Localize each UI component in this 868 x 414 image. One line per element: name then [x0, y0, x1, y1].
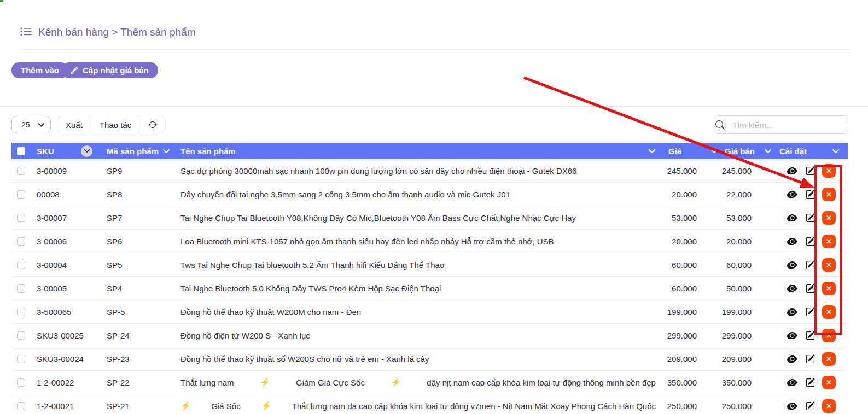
edit-button[interactable] [802, 399, 818, 413]
table-actions-group: Xuất Thao tác [57, 116, 166, 133]
chevron-down-icon[interactable] [764, 149, 772, 154]
table-row: 3-00005 SP4 Tai Nghe Bluetooth 5.0 Không… [11, 277, 848, 300]
select-all-checkbox[interactable] [17, 147, 25, 155]
table-header-row: SKU Mã sản phẩm Tên sản phẩm Giá Giá bán… [11, 143, 848, 159]
header-settings: Cài đặt [779, 147, 807, 156]
sku-cell: SKU3-00025 [37, 331, 107, 340]
eye-icon [787, 189, 797, 200]
delete-button[interactable]: ✕ [822, 211, 836, 225]
delete-button[interactable]: ✕ [822, 399, 836, 413]
x-icon: ✕ [826, 378, 832, 387]
refresh-icon [148, 120, 157, 129]
edit-button[interactable] [802, 375, 818, 389]
view-button[interactable] [784, 258, 800, 272]
search-box [714, 115, 848, 134]
chevron-down-icon[interactable] [648, 149, 656, 154]
chevron-down-icon[interactable] [710, 149, 718, 154]
x-icon: ✕ [826, 308, 832, 316]
product-name-cell: Tai Nghe Chụp Tai Bluetooth Y08,Không Dâ… [180, 213, 657, 223]
view-button[interactable] [784, 375, 800, 389]
edit-button[interactable] [802, 328, 818, 342]
delete-button[interactable]: ✕ [822, 258, 836, 272]
edit-button[interactable] [802, 234, 818, 248]
x-icon: ✕ [826, 237, 832, 246]
delete-button[interactable]: ✕ [822, 329, 836, 342]
view-button[interactable] [784, 328, 800, 342]
table-row: 3-00007 SP7 Tai Nghe Chụp Tai Bluetooth … [11, 206, 848, 230]
update-price-button[interactable]: Cập nhật giá bán [61, 62, 158, 78]
sale-price-cell: 299.000 [720, 331, 772, 340]
chevron-down-icon[interactable] [162, 149, 170, 154]
header-product-name: Tên sản phẩm [180, 147, 236, 156]
row-checkbox[interactable] [17, 190, 25, 199]
edit-button[interactable] [802, 187, 818, 201]
chevron-down-icon[interactable] [832, 149, 840, 154]
delete-button[interactable]: ✕ [822, 188, 836, 201]
sku-cell: 3-00004 [37, 260, 107, 270]
price-cell: 209.000 [657, 354, 720, 364]
page-size-select[interactable]: 25 [11, 116, 51, 133]
delete-button[interactable]: ✕ [822, 164, 836, 178]
sku-cell: 3-00009 [37, 166, 107, 176]
view-button[interactable] [784, 211, 800, 225]
row-checkbox[interactable] [17, 214, 25, 222]
edit-button[interactable] [802, 281, 818, 295]
row-checkbox[interactable] [17, 308, 25, 316]
view-button[interactable] [784, 305, 800, 319]
delete-button[interactable]: ✕ [822, 235, 836, 248]
row-checkbox[interactable] [17, 355, 25, 363]
view-button[interactable] [784, 399, 800, 413]
sku-cell: 3-00006 [37, 237, 107, 246]
product-name-cell: Loa Bluetooth mini KTS-1057 nhỏ gọn âm t… [180, 237, 657, 246]
sale-price-cell: 350.000 [720, 378, 772, 387]
edit-icon [806, 307, 815, 317]
products-table: SKU Mã sản phẩm Tên sản phẩm Giá Giá bán… [11, 143, 848, 414]
edit-icon [806, 213, 815, 223]
product-code-cell: SP4 [107, 284, 180, 293]
row-checkbox[interactable] [17, 167, 25, 175]
edit-icon [806, 237, 815, 246]
view-button[interactable] [784, 234, 800, 248]
product-name-cell: Đồng hồ thể thao kỹ thuật số W200S cho n… [180, 354, 657, 364]
row-checkbox[interactable] [17, 378, 25, 387]
delete-button[interactable]: ✕ [822, 376, 836, 389]
page-size-value: 25 [21, 120, 30, 129]
table-row: 3-00009 SP9 Sạc dự phòng 30000mah sạc nh… [11, 159, 848, 183]
sku-cell: 00008 [37, 190, 107, 199]
view-button[interactable] [784, 281, 800, 295]
row-checkbox[interactable] [17, 331, 25, 340]
refresh-button[interactable] [139, 116, 165, 133]
actions-button[interactable]: Thao tác [91, 116, 139, 133]
eye-icon [787, 260, 797, 270]
search-input[interactable] [726, 120, 848, 130]
edit-button[interactable] [802, 352, 818, 366]
add-button-label: Thêm vào [21, 66, 59, 75]
table-row: 3-00004 SP5 Tws Tai Nghe Chụp Tai blueto… [11, 253, 848, 277]
x-icon: ✕ [826, 331, 832, 340]
export-button[interactable]: Xuất [57, 116, 91, 133]
row-checkbox[interactable] [17, 284, 25, 293]
edit-button[interactable] [802, 211, 818, 225]
view-button[interactable] [784, 187, 800, 201]
delete-button[interactable]: ✕ [822, 352, 836, 366]
row-checkbox[interactable] [17, 261, 25, 269]
view-button[interactable] [784, 352, 800, 366]
row-checkbox[interactable] [17, 237, 25, 246]
sku-sort-button[interactable] [81, 145, 92, 157]
delete-button[interactable]: ✕ [822, 305, 836, 319]
delete-button[interactable]: ✕ [822, 282, 836, 295]
add-button[interactable]: Thêm vào [11, 62, 68, 78]
price-cell: 60.000 [657, 260, 720, 270]
edit-button[interactable] [802, 258, 818, 272]
edit-icon [806, 378, 815, 387]
x-icon: ✕ [826, 355, 832, 363]
divider [20, 49, 852, 50]
header-sku: SKU [37, 147, 54, 156]
view-button[interactable] [784, 164, 800, 178]
row-checkbox[interactable] [17, 402, 25, 410]
header-product-code: Mã sản phẩm [107, 147, 159, 156]
edit-button[interactable] [802, 305, 818, 319]
x-icon: ✕ [826, 190, 832, 199]
table-row: SKU3-00024 SP-23 Đồng hồ thể thao kỹ thu… [11, 347, 848, 371]
edit-button[interactable] [802, 164, 818, 178]
